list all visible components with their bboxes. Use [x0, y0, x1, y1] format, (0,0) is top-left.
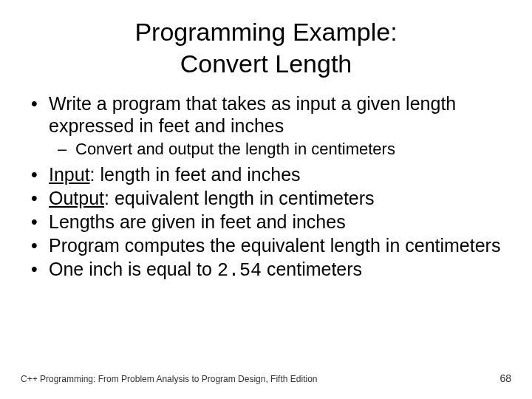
list-item: Lengths are given in feet and inches	[30, 211, 502, 233]
list-item: Output: equivalent length in centimeters	[30, 187, 502, 209]
title-line-1: Programming Example:	[134, 18, 397, 46]
list-item: One inch is equal to 2.54 centimeters	[30, 258, 502, 282]
bullet-code: 2.54	[217, 260, 262, 282]
bullet-text: : equivalent length in centimeters	[104, 188, 375, 208]
sub-bullet-text: Convert and output the length in centime…	[75, 140, 395, 158]
slide: Programming Example: Convert Length Writ…	[0, 0, 532, 399]
list-item: Write a program that takes as input a gi…	[30, 92, 502, 159]
list-item: Input: length in feet and inches	[30, 163, 502, 185]
list-item: Program computes the equivalent length i…	[30, 234, 502, 256]
bullet-underline-label: Output	[49, 188, 104, 208]
bullet-text: : length in feet and inches	[90, 164, 301, 185]
bullet-underline-label: Input	[49, 164, 90, 185]
bullet-text: Program computes the equivalent length i…	[49, 235, 500, 256]
sub-bullet-list: Convert and output the length in centime…	[49, 140, 502, 159]
page-number: 68	[499, 372, 511, 384]
title-line-2: Convert Length	[180, 50, 352, 78]
bullet-list: Write a program that takes as input a gi…	[30, 92, 502, 282]
bullet-text: One inch is equal to	[49, 259, 217, 279]
bullet-text: Write a program that takes as input a gi…	[49, 93, 456, 136]
bullet-text: Lengths are given in feet and inches	[49, 211, 346, 232]
slide-title: Programming Example: Convert Length	[30, 16, 502, 79]
footer-source: C++ Programming: From Problem Analysis t…	[21, 374, 317, 384]
list-item: Convert and output the length in centime…	[49, 140, 502, 159]
bullet-text: centimeters	[262, 259, 362, 279]
